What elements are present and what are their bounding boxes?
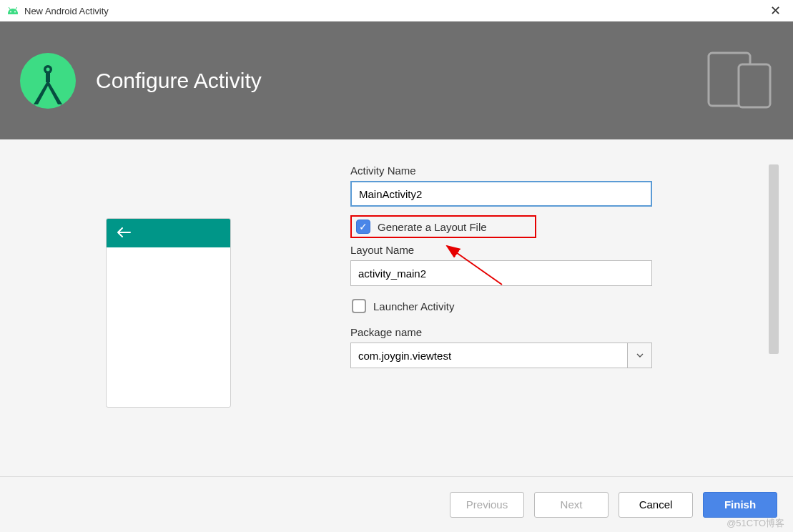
svg-rect-8 — [739, 64, 770, 107]
android-icon — [7, 6, 19, 16]
launcher-activity-label: Launcher Activity — [373, 300, 454, 312]
layout-name-field: Layout Name — [350, 244, 743, 286]
back-arrow-icon — [117, 226, 131, 241]
titlebar-left: New Android Activity — [7, 6, 109, 16]
svg-point-6 — [46, 67, 50, 71]
content: Activity Name ✓ Generate a Layout File L… — [0, 139, 793, 474]
launcher-activity-field: Launcher Activity — [350, 295, 743, 317]
form-column: Activity Name ✓ Generate a Layout File L… — [350, 164, 779, 474]
preview-appbar — [107, 219, 230, 247]
watermark: @51CTO博客 — [726, 517, 784, 530]
titlebar: New Android Activity ✕ — [0, 0, 793, 21]
header: Configure Activity — [0, 21, 793, 139]
cancel-button[interactable]: Cancel — [619, 492, 693, 518]
activity-name-label: Activity Name — [350, 164, 743, 177]
launcher-activity-checkbox[interactable] — [352, 299, 366, 313]
devices-icon — [707, 49, 773, 112]
generate-layout-checkbox[interactable]: ✓ — [356, 220, 370, 234]
activity-name-input[interactable] — [350, 181, 652, 207]
generate-layout-label: Generate a Layout File — [378, 221, 487, 233]
activity-name-field: Activity Name — [350, 164, 743, 207]
layout-name-input[interactable] — [350, 260, 652, 286]
android-studio-logo-icon — [20, 53, 76, 109]
annotation-highlight: ✓ Generate a Layout File — [350, 215, 536, 238]
previous-button[interactable]: Previous — [450, 492, 524, 518]
package-name-field: Package name — [350, 326, 743, 368]
svg-point-0 — [10, 11, 11, 13]
window-title: New Android Activity — [24, 6, 109, 16]
chevron-down-icon — [636, 353, 644, 358]
finish-button[interactable]: Finish — [703, 492, 777, 518]
next-button[interactable]: Next — [534, 492, 609, 518]
layout-name-label: Layout Name — [350, 244, 743, 256]
svg-line-3 — [16, 7, 17, 9]
activity-preview — [106, 218, 231, 408]
page-title: Configure Activity — [96, 69, 262, 93]
package-name-input[interactable] — [351, 343, 627, 368]
generate-layout-field: ✓ Generate a Layout File — [350, 215, 743, 238]
content-scrollbar[interactable] — [769, 164, 779, 354]
package-name-combo[interactable] — [350, 343, 652, 368]
close-button[interactable]: ✕ — [764, 3, 786, 19]
svg-point-1 — [14, 11, 16, 13]
svg-line-2 — [9, 7, 10, 9]
package-name-dropdown-button[interactable] — [627, 343, 651, 368]
package-name-label: Package name — [350, 326, 743, 338]
preview-column — [14, 164, 322, 474]
footer: Previous Next Cancel Finish — [0, 476, 793, 532]
